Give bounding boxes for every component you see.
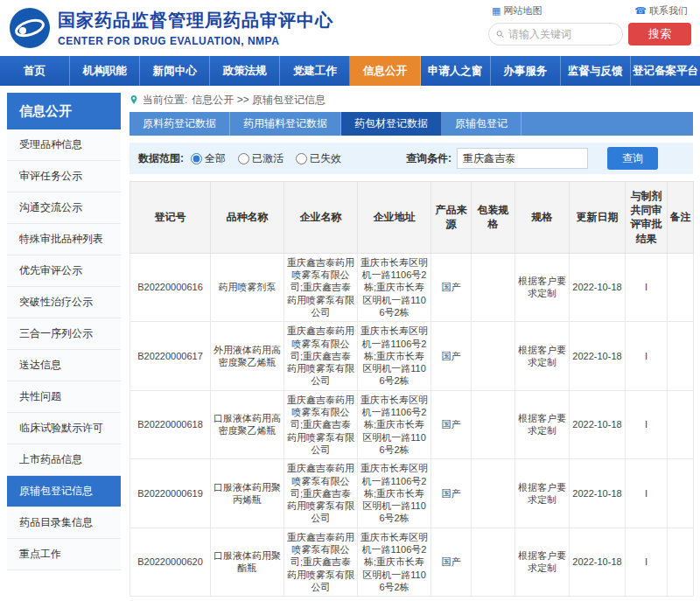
cell-updated: 2022-10-18 (570, 459, 626, 528)
table-row: B20220000619 口服液体药用聚丙烯瓶 重庆鑫吉泰药用喷雾泵有限公司;重… (130, 459, 694, 528)
cell-product-name: 口服液体药用高密度聚乙烯瓶 (211, 390, 284, 458)
cell-remark (668, 390, 694, 458)
cell-review-result: I (626, 528, 668, 596)
radio-all-input[interactable] (191, 153, 202, 164)
tab-api-data[interactable]: 原料药登记数据 (130, 112, 230, 136)
cell-remark (668, 528, 694, 596)
sidebar-item-excipient-registration[interactable]: 原辅包登记信息 (7, 476, 121, 507)
sitemap-link[interactable]: ▦ 网站地图 (492, 4, 542, 17)
cell-review-result: I (626, 253, 668, 321)
tabs-bar: 原料药登记数据 药用辅料登记数据 药包材登记数据 原辅包登记 (130, 112, 693, 136)
radio-expired[interactable]: 已失效 (296, 151, 341, 166)
query-button[interactable]: 查询 (607, 147, 658, 170)
cell-company: 重庆鑫吉泰药用喷雾泵有限公司;重庆鑫吉泰药用喷雾泵有限公司 (284, 528, 358, 596)
map-icon: ▦ (492, 5, 500, 17)
radio-activated-input[interactable] (238, 153, 249, 164)
col-reg-no: 登记号 (130, 182, 211, 254)
nav-item-news[interactable]: 新闻中心 (140, 56, 210, 86)
cell-reg-no: B20220000619 (130, 459, 211, 528)
page-body: 信息公开 受理品种信息 审评任务公示 沟通交流公示 特殊审批品种列表 优先审评公… (0, 86, 700, 601)
cell-company: 重庆鑫吉泰药用喷雾泵有限公司;重庆鑫吉泰药用喷雾泵有限公司 (284, 322, 358, 390)
cell-address: 重庆市长寿区明机一路1106号2栋;重庆市长寿区明机一路1106号2栋 (358, 459, 431, 528)
sidebar-item-drug-catalog[interactable]: 药品目录集信息 (7, 507, 121, 539)
sidebar-item-accepted-varieties[interactable]: 受理品种信息 (7, 129, 121, 161)
query-input[interactable] (457, 148, 588, 169)
header: 国家药品监督管理局药品审评中心 CENTER FOR DRUG EVALUATI… (0, 0, 700, 56)
radio-all[interactable]: 全部 (191, 151, 226, 166)
cell-packaging (472, 528, 515, 596)
cell-packaging (472, 322, 515, 390)
cell-product-name: 口服液体药用聚酯瓶 (211, 528, 284, 596)
cell-updated: 2022-10-18 (570, 528, 626, 596)
sidebar-item-communication[interactable]: 沟通交流公示 (7, 192, 121, 224)
cell-remark (668, 322, 694, 390)
header-right: ▦ 网站地图 ☎ 联系我们 搜索 (488, 4, 691, 45)
tab-raw-excipient-registration[interactable]: 原辅包登记 (442, 112, 522, 136)
col-product-name: 品种名称 (211, 182, 284, 254)
contact-link[interactable]: ☎ 联系我们 (634, 4, 688, 17)
nav-item-functions[interactable]: 机构职能 (70, 56, 140, 86)
sidebar-item-clinical-trial[interactable]: 临床试验默示许可 (7, 413, 121, 444)
sidebar-item-review-tasks[interactable]: 审评任务公示 (7, 161, 121, 192)
radio-expired-input[interactable] (296, 153, 307, 164)
sidebar-item-priority-review[interactable]: 优先审评公示 (7, 255, 121, 287)
sidebar-item-breakthrough-therapy[interactable]: 突破性治疗公示 (7, 287, 121, 318)
site-subtitle: CENTER FOR DRUG EVALUATION, NMPA (58, 35, 333, 47)
cell-reg-no: B20220000618 (130, 390, 211, 458)
cell-spec: 根据客户要求定制 (515, 322, 570, 390)
cell-product-name: 药用喷雾剂泵 (211, 253, 284, 321)
cell-reg-no: B20220000617 (130, 322, 211, 390)
nav-item-home[interactable]: 首页 (0, 56, 70, 86)
cell-source: 国产 (431, 322, 472, 390)
cell-address: 重庆市长寿区明机一路1106号2栋;重庆市长寿区明机一路1106号2栋 (358, 390, 431, 458)
cell-company: 重庆鑫吉泰药用喷雾泵有限公司;重庆鑫吉泰药用喷雾泵有限公司 (284, 253, 358, 321)
cell-source: 国产 (431, 459, 472, 528)
sidebar-item-marketed-drugs[interactable]: 上市药品信息 (7, 444, 121, 476)
nav-item-policy[interactable]: 政策法规 (210, 56, 280, 86)
filter-bar: 数据范围: 全部 已激活 已失效 查询条件: 查询 (130, 143, 693, 174)
sidebar-item-key-work[interactable]: 重点工作 (7, 539, 121, 570)
cell-company: 重庆鑫吉泰药用喷雾泵有限公司;重庆鑫吉泰药用喷雾泵有限公司 (284, 390, 358, 458)
sidebar-item-three-in-one[interactable]: 三合一序列公示 (7, 318, 121, 350)
cell-company: 重庆鑫吉泰药用喷雾泵有限公司;重庆鑫吉泰药用喷雾泵有限公司 (284, 459, 358, 528)
top-links: ▦ 网站地图 ☎ 联系我们 (488, 4, 691, 17)
cell-source: 国产 (431, 528, 472, 596)
radio-activated[interactable]: 已激活 (238, 151, 284, 166)
sitemap-label: 网站地图 (503, 4, 542, 17)
cell-remark (668, 253, 694, 321)
search-button[interactable]: 搜索 (628, 23, 691, 45)
cell-review-result: I (626, 390, 668, 458)
cell-reg-no: B20220000620 (130, 528, 211, 596)
cell-source: 国产 (431, 253, 472, 321)
cell-packaging (472, 390, 515, 458)
brand-block: 国家药品监督管理局药品审评中心 CENTER FOR DRUG EVALUATI… (58, 9, 333, 47)
search-box (488, 23, 623, 45)
col-address: 企业地址 (358, 182, 431, 254)
sidebar-item-delivery-info[interactable]: 送达信息 (7, 350, 121, 381)
cell-updated: 2022-10-18 (570, 253, 626, 321)
tab-packaging-data[interactable]: 药包材登记数据 (341, 112, 442, 136)
nav-item-feedback[interactable]: 监督与反馈 (561, 56, 631, 86)
cell-remark (668, 459, 694, 528)
cell-review-result: I (626, 322, 668, 390)
nav-item-info-disclosure[interactable]: 信息公开 (350, 56, 420, 86)
nav-item-registration-platform[interactable]: 登记备案平台 (631, 56, 700, 86)
search-input[interactable] (508, 28, 615, 40)
sidebar-item-common-issues[interactable]: 共性问题 (7, 381, 121, 413)
query-label: 查询条件: (406, 151, 452, 166)
nav-item-applicant[interactable]: 申请人之窗 (421, 56, 491, 86)
cell-updated: 2022-10-18 (570, 322, 626, 390)
search-icon (496, 30, 504, 38)
main-nav: 首页 机构职能 新闻中心 政策法规 党建工作 信息公开 申请人之窗 办事服务 监… (0, 56, 700, 86)
tab-excipient-data[interactable]: 药用辅料登记数据 (230, 112, 341, 136)
sidebar: 信息公开 受理品种信息 审评任务公示 沟通交流公示 特殊审批品种列表 优先审评公… (7, 93, 121, 601)
breadcrumb-label: 当前位置: (143, 93, 187, 108)
sidebar-item-special-approval[interactable]: 特殊审批品种列表 (7, 224, 121, 255)
nav-item-party[interactable]: 党建工作 (280, 56, 350, 86)
contact-label: 联系我们 (649, 4, 688, 17)
main-content: 当前位置: 信息公开 >> 原辅包登记信息 原料药登记数据 药用辅料登记数据 药… (130, 93, 693, 601)
nav-item-services[interactable]: 办事服务 (491, 56, 561, 86)
col-packaging: 包装规格 (472, 182, 515, 254)
table-row: B20220000620 口服液体药用聚酯瓶 重庆鑫吉泰药用喷雾泵有限公司;重庆… (130, 528, 694, 596)
col-remark: 备注 (668, 182, 694, 254)
